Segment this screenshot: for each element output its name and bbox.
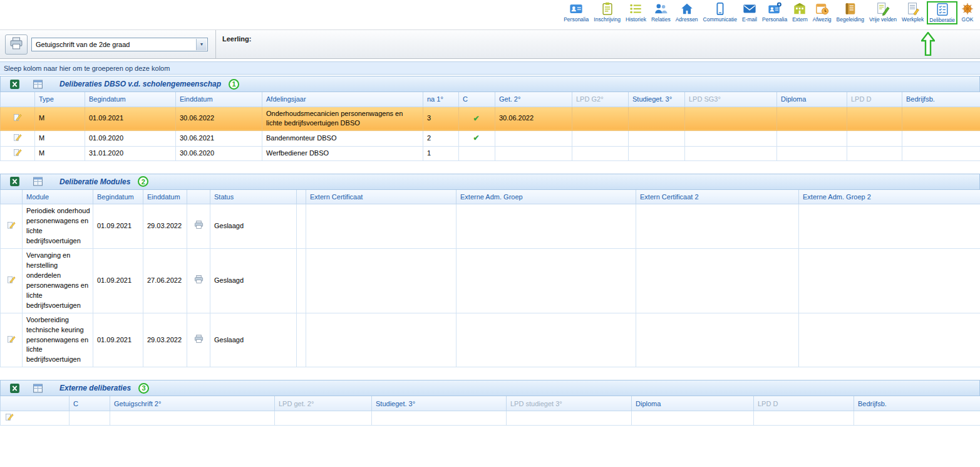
cell — [685, 146, 777, 160]
edit-row-button[interactable] — [1, 146, 35, 160]
column-header[interactable]: LPD studieget 3° — [507, 396, 632, 411]
externe-section: Externe deliberaties 3 C Getuigschrift 2… — [0, 380, 980, 426]
column-header[interactable]: Einddatum — [143, 190, 187, 204]
toolbar-item-email[interactable]: E-mail — [740, 1, 759, 23]
cell — [456, 204, 636, 249]
column-header[interactable]: Type — [35, 92, 85, 107]
column-header[interactable]: Studieget. 3° — [629, 92, 685, 107]
report-dropdown[interactable]: Getuigschrift van de 2de graad ▼ — [31, 38, 208, 51]
column-header[interactable]: Begindatum — [85, 92, 176, 107]
toolbar-item-extern[interactable]: Extern — [790, 1, 810, 23]
toolbar-item-personalia-plus[interactable]: Personalia — [760, 1, 789, 23]
column-header[interactable]: Diploma — [777, 92, 847, 107]
cell: 01.09.2021 — [93, 249, 143, 313]
toolbar-item-vrije-velden[interactable]: Vrije velden — [867, 1, 899, 23]
modules-table: Module Begindatum Einddatum Status Exter… — [0, 190, 980, 368]
toolbar-item-personalia[interactable]: Personalia — [562, 1, 591, 23]
group-by-drop-zone[interactable]: Sleep kolom naar hier om te groeperen op… — [0, 61, 980, 75]
edit-row-button[interactable] — [1, 411, 70, 425]
toolbar-item-label: Begeleiding — [837, 16, 864, 23]
column-header[interactable]: na 1° — [423, 92, 459, 107]
column-header[interactable]: Diploma — [632, 396, 754, 411]
header-row: C Getuigschrift 2° LPD get. 2° Studieget… — [1, 396, 980, 411]
column-header[interactable]: C — [70, 396, 110, 411]
column-header[interactable]: LPD D — [847, 92, 902, 107]
print-certificate-button[interactable] — [187, 313, 210, 367]
cell — [306, 249, 456, 313]
column-header[interactable]: Bedrijfsb. — [854, 396, 980, 411]
edit-pencil-icon — [8, 223, 16, 230]
toolbar-item-werkplek[interactable]: Werkplek — [900, 1, 926, 23]
toolbar-item-begeleiding[interactable]: Begeleiding — [835, 1, 866, 23]
edit-pencil-icon — [6, 414, 14, 422]
column-header[interactable]: Studieget. 3° — [372, 396, 507, 411]
cell — [777, 131, 847, 146]
printer-icon — [194, 337, 204, 345]
table-row[interactable]: M 31.01.2020 30.06.2020 Werfbediener DBS… — [1, 146, 980, 160]
excel-export-icon[interactable] — [9, 176, 20, 187]
column-header[interactable]: Einddatum — [176, 92, 262, 107]
report-dropdown-value: Getuigschrift van de 2de graad — [36, 41, 130, 48]
column-header[interactable]: Externe Adm. Groep 2 — [799, 190, 980, 204]
excel-export-icon[interactable] — [9, 79, 20, 90]
workplace-doc-icon — [906, 2, 920, 16]
grid-export-icon[interactable] — [33, 383, 43, 394]
grid-export-icon[interactable] — [33, 79, 43, 90]
step-1-badge: 1 — [229, 79, 239, 90]
extern-building-icon — [793, 2, 807, 16]
edit-row-button[interactable] — [1, 249, 23, 313]
cell: 01.09.2020 — [85, 131, 176, 146]
print-button[interactable] — [5, 34, 28, 55]
toolbar-item-label: Relaties — [651, 16, 671, 23]
externe-caption-bar: Externe deliberaties 3 — [0, 380, 980, 396]
cell — [685, 131, 777, 146]
toolbar-item-deliberatie[interactable]: Deliberatie — [927, 1, 957, 24]
column-header[interactable]: Extern Certificaat — [306, 190, 456, 204]
column-header[interactable]: Begindatum — [93, 190, 143, 204]
grid-export-icon[interactable] — [33, 176, 43, 187]
cell — [636, 204, 799, 249]
edit-row-button[interactable] — [1, 204, 23, 249]
cell: 30.06.2022 — [495, 107, 572, 131]
table-row[interactable]: Voorbereiding technische keuring persone… — [1, 313, 980, 367]
report-bar: Getuigschrift van de 2de graad ▼ Leerlin… — [0, 29, 980, 59]
column-header[interactable]: Module — [23, 190, 93, 204]
column-header[interactable]: Status — [210, 190, 297, 204]
column-header[interactable]: C — [459, 92, 495, 107]
toolbar-item-label: Adressen — [676, 16, 698, 23]
excel-export-icon[interactable] — [9, 383, 20, 394]
column-header[interactable]: LPD D — [754, 396, 854, 411]
cell: Geslaagd — [210, 204, 297, 249]
column-header[interactable]: LPD G2° — [572, 92, 629, 107]
toolbar-item-inschrijving[interactable]: Inschrijving — [592, 1, 622, 23]
column-header[interactable]: Extern Certificaat 2 — [636, 190, 799, 204]
column-header[interactable]: LPD get. 2° — [275, 396, 372, 411]
print-certificate-button[interactable] — [187, 204, 210, 249]
column-header[interactable]: Bedrijfsb. — [902, 92, 980, 107]
toolbar-item-adressen[interactable]: Adressen — [674, 1, 700, 23]
edit-row-button[interactable] — [1, 107, 35, 131]
table-row[interactable] — [1, 411, 980, 425]
column-header[interactable]: Get. 2° — [495, 92, 572, 107]
column-header[interactable]: LPD SG3° — [685, 92, 777, 107]
toolbar-item-communicatie[interactable]: Communicatie — [701, 1, 739, 23]
toolbar-item-label: Communicatie — [703, 16, 737, 23]
deliberaties-title: Deliberaties DBSO v.d. scholengemeenscha… — [59, 80, 221, 88]
toolbar-item-relaties[interactable]: Relaties — [649, 1, 673, 23]
table-row[interactable]: M 01.09.2020 30.06.2021 Bandenmonteur DB… — [1, 131, 980, 146]
column-header[interactable]: Externe Adm. Groep — [456, 190, 636, 204]
table-row[interactable]: M 01.09.2021 30.06.2022 Onderhoudsmecani… — [1, 107, 980, 131]
table-row[interactable]: Periodiek onderhoud personenwagens en li… — [1, 204, 980, 249]
table-row[interactable]: Vervanging en herstelling onderdelen per… — [1, 249, 980, 313]
cell: 01.09.2021 — [85, 107, 176, 131]
toolbar-item-gok[interactable]: GOK — [959, 1, 976, 23]
cell — [572, 131, 629, 146]
column-header[interactable]: Afdelingsjaar — [262, 92, 423, 107]
print-certificate-button[interactable] — [187, 249, 210, 313]
edit-row-button[interactable] — [1, 131, 35, 146]
column-header[interactable]: Getuigschrift 2° — [110, 396, 275, 411]
toolbar-item-historiek[interactable]: Historiek — [624, 1, 648, 23]
top-toolbar: Personalia Inschrijving Historiek Relati… — [0, 0, 980, 29]
toolbar-item-afwezig[interactable]: Afwezig — [811, 1, 833, 23]
edit-row-button[interactable] — [1, 313, 23, 367]
